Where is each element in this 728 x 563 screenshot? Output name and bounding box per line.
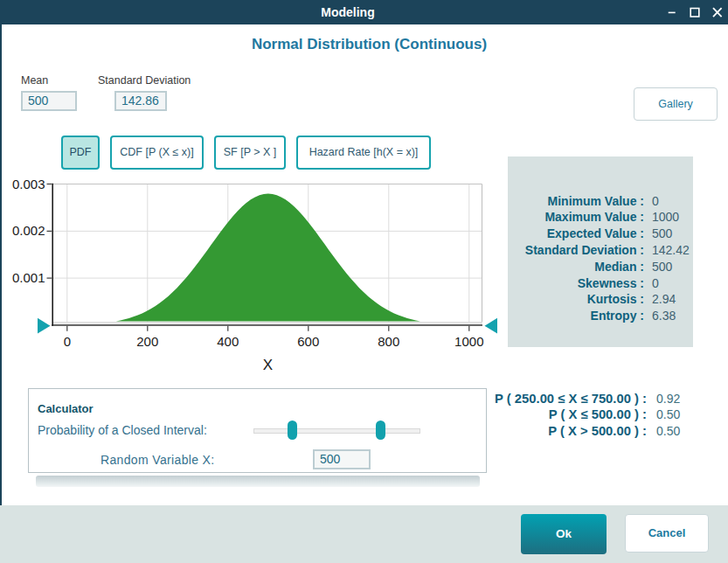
svg-text:0.002: 0.002 <box>12 223 45 238</box>
svg-text:600: 600 <box>297 334 319 349</box>
svg-text:0: 0 <box>64 334 71 349</box>
svg-text:400: 400 <box>217 334 239 349</box>
svg-text:800: 800 <box>378 334 399 349</box>
svg-text:1000: 1000 <box>454 334 483 349</box>
svg-text:X: X <box>263 357 273 373</box>
svg-text:0.003: 0.003 <box>12 177 45 191</box>
svg-text:200: 200 <box>136 334 158 349</box>
svg-text:0.001: 0.001 <box>12 270 45 285</box>
